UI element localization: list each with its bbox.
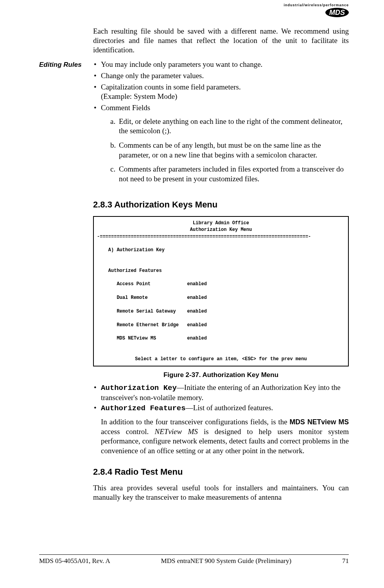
brand-header: industrial/wireless/performance MDS	[284, 3, 349, 17]
feature-name: Remote Ethernet Bridge	[117, 322, 178, 328]
section-284-paragraph: This area provides several useful tools …	[93, 483, 349, 502]
editing-rules-label: Editing Rules	[39, 60, 93, 69]
brand-logo: MDS	[325, 8, 349, 17]
rule-item: Capitalization counts in some field para…	[93, 82, 349, 102]
feature-status: enabled	[187, 281, 206, 287]
rule-item: Comment Fields a.Edit, or delete anythin…	[93, 103, 349, 184]
rule-item: Change only the parameter values.	[93, 71, 349, 81]
netview-bold: MDS NETview MS	[290, 418, 349, 426]
figure-caption: Figure 2-37. Authorization Key Menu	[93, 371, 349, 379]
editing-rules-section: Editing Rules You may include only param…	[39, 60, 349, 189]
terminal-features-header: Authorized Features	[108, 268, 162, 273]
feature-name: Access Point	[117, 281, 150, 287]
footer-center: MDS entraNET 900 System Guide (Prelimina…	[161, 557, 292, 565]
brand-tagline: industrial/wireless/performance	[284, 3, 349, 7]
def-extra-paragraph: In addition to the four transceiver conf…	[101, 417, 349, 456]
feature-status: enabled	[187, 309, 206, 314]
page-footer: MDS 05-4055A01, Rev. A MDS entraNET 900 …	[39, 554, 349, 565]
feature-name: Remote Serial Gateway	[117, 309, 176, 314]
footer-left: MDS 05-4055A01, Rev. A	[39, 557, 110, 565]
feature-status: enabled	[187, 322, 206, 328]
terminal-title-2: Authorization Key Menu	[97, 227, 345, 233]
term-auth-key: Authorization Key	[101, 384, 177, 392]
term-auth-features: Authorized Features	[101, 404, 186, 413]
section-284-heading: 2.8.4 Radio Test Menu	[93, 467, 349, 477]
terminal-footer: Select a letter to configure an item, <E…	[97, 356, 345, 363]
terminal-title-1: Library Admin Office	[97, 220, 345, 227]
netview-italic: NETview MS	[155, 427, 198, 436]
feature-status: enabled	[187, 295, 206, 300]
intro-paragraph: Each resulting file should be saved with…	[93, 27, 349, 54]
def-item: Authorization Key—Initiate the entering …	[93, 383, 349, 402]
section-283-heading: 2.8.3 Authorization Keys Menu	[93, 200, 349, 210]
feature-status: enabled	[187, 336, 206, 341]
feature-name: MDS NETview MS	[117, 336, 156, 341]
comment-sublist: a.Edit, or delete anything on each line …	[101, 117, 349, 184]
sub-item: c.Comments after parameters included in …	[110, 164, 349, 184]
def-item: Authorized Features—List of authorized f…	[93, 403, 349, 413]
editing-rules-list: You may include only parameters you want…	[93, 60, 349, 184]
sub-item: a.Edit, or delete anything on each line …	[110, 117, 349, 136]
rule-item: You may include only parameters you want…	[93, 60, 349, 70]
footer-right: 71	[342, 557, 349, 565]
terminal-item-a: A) Authorization Key	[108, 247, 165, 253]
terminal-divider: -=======================================…	[97, 234, 345, 240]
terminal-screenshot: Library Admin OfficeAuthorization Key Me…	[93, 216, 349, 366]
page-content: Each resulting file should be saved with…	[39, 0, 349, 502]
definitions: Authorization Key—Initiate the entering …	[93, 383, 349, 413]
sub-item: b.Comments can be of any length, but mus…	[110, 141, 349, 160]
feature-name: Dual Remote	[117, 295, 147, 300]
